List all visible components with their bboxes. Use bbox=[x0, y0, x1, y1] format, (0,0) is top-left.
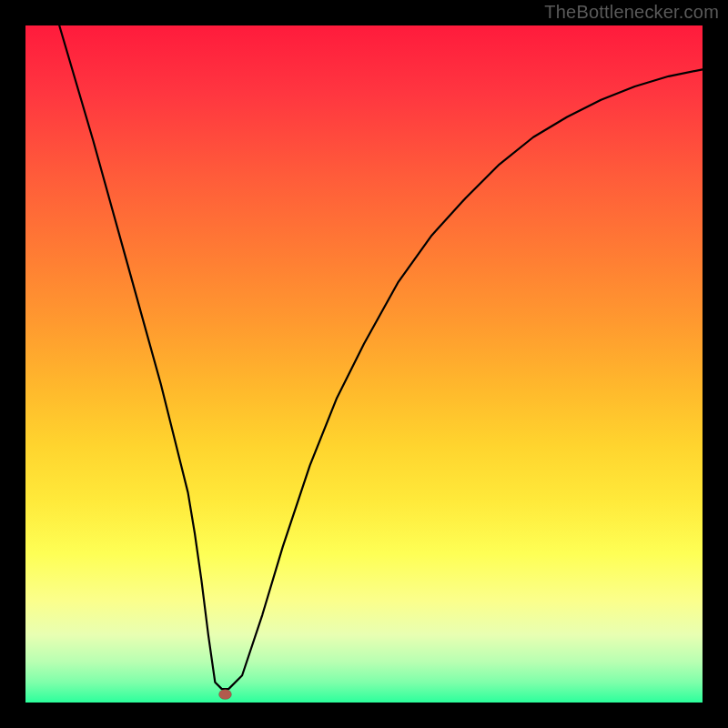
plot-area bbox=[25, 25, 703, 703]
plot-svg bbox=[25, 25, 703, 703]
attribution-text: TheBottlenecker.com bbox=[544, 2, 719, 23]
chart-frame: TheBottlenecker.com bbox=[0, 0, 728, 728]
bottleneck-curve bbox=[59, 25, 703, 689]
optimal-point-marker bbox=[218, 690, 231, 700]
